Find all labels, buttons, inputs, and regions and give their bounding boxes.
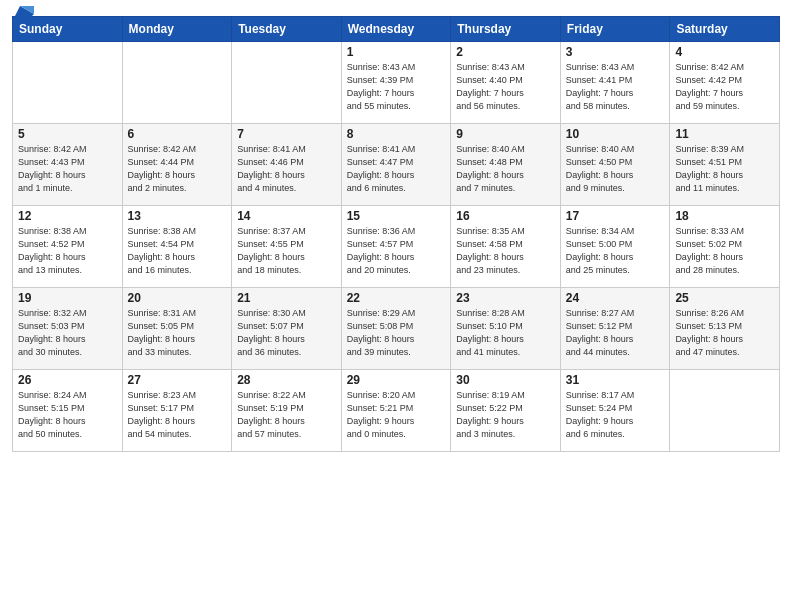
day-info: Sunrise: 8:43 AM Sunset: 4:39 PM Dayligh… [347, 61, 446, 113]
calendar-day-1: 1Sunrise: 8:43 AM Sunset: 4:39 PM Daylig… [341, 42, 451, 124]
calendar-day-30: 30Sunrise: 8:19 AM Sunset: 5:22 PM Dayli… [451, 370, 561, 452]
logo-icon [12, 6, 34, 22]
calendar-day-12: 12Sunrise: 8:38 AM Sunset: 4:52 PM Dayli… [13, 206, 123, 288]
day-number: 3 [566, 45, 665, 59]
day-number: 25 [675, 291, 774, 305]
calendar-week-row: 19Sunrise: 8:32 AM Sunset: 5:03 PM Dayli… [13, 288, 780, 370]
day-info: Sunrise: 8:27 AM Sunset: 5:12 PM Dayligh… [566, 307, 665, 359]
calendar-empty-cell [122, 42, 232, 124]
calendar-day-4: 4Sunrise: 8:42 AM Sunset: 4:42 PM Daylig… [670, 42, 780, 124]
day-info: Sunrise: 8:30 AM Sunset: 5:07 PM Dayligh… [237, 307, 336, 359]
day-info: Sunrise: 8:34 AM Sunset: 5:00 PM Dayligh… [566, 225, 665, 277]
calendar-day-11: 11Sunrise: 8:39 AM Sunset: 4:51 PM Dayli… [670, 124, 780, 206]
day-info: Sunrise: 8:32 AM Sunset: 5:03 PM Dayligh… [18, 307, 117, 359]
day-number: 17 [566, 209, 665, 223]
day-info: Sunrise: 8:35 AM Sunset: 4:58 PM Dayligh… [456, 225, 555, 277]
weekday-header-monday: Monday [122, 17, 232, 42]
day-number: 6 [128, 127, 227, 141]
day-number: 13 [128, 209, 227, 223]
day-info: Sunrise: 8:36 AM Sunset: 4:57 PM Dayligh… [347, 225, 446, 277]
day-info: Sunrise: 8:22 AM Sunset: 5:19 PM Dayligh… [237, 389, 336, 441]
calendar-day-29: 29Sunrise: 8:20 AM Sunset: 5:21 PM Dayli… [341, 370, 451, 452]
calendar-day-6: 6Sunrise: 8:42 AM Sunset: 4:44 PM Daylig… [122, 124, 232, 206]
day-number: 19 [18, 291, 117, 305]
day-info: Sunrise: 8:33 AM Sunset: 5:02 PM Dayligh… [675, 225, 774, 277]
day-info: Sunrise: 8:43 AM Sunset: 4:40 PM Dayligh… [456, 61, 555, 113]
calendar-day-20: 20Sunrise: 8:31 AM Sunset: 5:05 PM Dayli… [122, 288, 232, 370]
weekday-header-thursday: Thursday [451, 17, 561, 42]
day-info: Sunrise: 8:42 AM Sunset: 4:42 PM Dayligh… [675, 61, 774, 113]
day-info: Sunrise: 8:17 AM Sunset: 5:24 PM Dayligh… [566, 389, 665, 441]
day-number: 20 [128, 291, 227, 305]
day-number: 7 [237, 127, 336, 141]
calendar-day-24: 24Sunrise: 8:27 AM Sunset: 5:12 PM Dayli… [560, 288, 670, 370]
page-container: SundayMondayTuesdayWednesdayThursdayFrid… [0, 0, 792, 460]
calendar-day-22: 22Sunrise: 8:29 AM Sunset: 5:08 PM Dayli… [341, 288, 451, 370]
weekday-header-saturday: Saturday [670, 17, 780, 42]
day-number: 12 [18, 209, 117, 223]
calendar-empty-cell [670, 370, 780, 452]
day-info: Sunrise: 8:37 AM Sunset: 4:55 PM Dayligh… [237, 225, 336, 277]
day-number: 9 [456, 127, 555, 141]
calendar-day-7: 7Sunrise: 8:41 AM Sunset: 4:46 PM Daylig… [232, 124, 342, 206]
calendar-table: SundayMondayTuesdayWednesdayThursdayFrid… [12, 16, 780, 452]
day-number: 2 [456, 45, 555, 59]
calendar-week-row: 26Sunrise: 8:24 AM Sunset: 5:15 PM Dayli… [13, 370, 780, 452]
calendar-day-2: 2Sunrise: 8:43 AM Sunset: 4:40 PM Daylig… [451, 42, 561, 124]
day-number: 11 [675, 127, 774, 141]
day-info: Sunrise: 8:41 AM Sunset: 4:47 PM Dayligh… [347, 143, 446, 195]
calendar-day-13: 13Sunrise: 8:38 AM Sunset: 4:54 PM Dayli… [122, 206, 232, 288]
day-info: Sunrise: 8:41 AM Sunset: 4:46 PM Dayligh… [237, 143, 336, 195]
calendar-week-row: 12Sunrise: 8:38 AM Sunset: 4:52 PM Dayli… [13, 206, 780, 288]
day-number: 21 [237, 291, 336, 305]
calendar-day-19: 19Sunrise: 8:32 AM Sunset: 5:03 PM Dayli… [13, 288, 123, 370]
day-info: Sunrise: 8:19 AM Sunset: 5:22 PM Dayligh… [456, 389, 555, 441]
day-number: 18 [675, 209, 774, 223]
day-info: Sunrise: 8:26 AM Sunset: 5:13 PM Dayligh… [675, 307, 774, 359]
calendar-day-18: 18Sunrise: 8:33 AM Sunset: 5:02 PM Dayli… [670, 206, 780, 288]
day-number: 10 [566, 127, 665, 141]
calendar-day-9: 9Sunrise: 8:40 AM Sunset: 4:48 PM Daylig… [451, 124, 561, 206]
calendar-week-row: 5Sunrise: 8:42 AM Sunset: 4:43 PM Daylig… [13, 124, 780, 206]
day-number: 22 [347, 291, 446, 305]
day-info: Sunrise: 8:39 AM Sunset: 4:51 PM Dayligh… [675, 143, 774, 195]
calendar-day-14: 14Sunrise: 8:37 AM Sunset: 4:55 PM Dayli… [232, 206, 342, 288]
calendar-day-17: 17Sunrise: 8:34 AM Sunset: 5:00 PM Dayli… [560, 206, 670, 288]
calendar-empty-cell [232, 42, 342, 124]
day-number: 24 [566, 291, 665, 305]
calendar-day-31: 31Sunrise: 8:17 AM Sunset: 5:24 PM Dayli… [560, 370, 670, 452]
day-number: 28 [237, 373, 336, 387]
day-number: 8 [347, 127, 446, 141]
day-number: 23 [456, 291, 555, 305]
day-info: Sunrise: 8:29 AM Sunset: 5:08 PM Dayligh… [347, 307, 446, 359]
day-number: 16 [456, 209, 555, 223]
weekday-header-friday: Friday [560, 17, 670, 42]
calendar-empty-cell [13, 42, 123, 124]
day-info: Sunrise: 8:43 AM Sunset: 4:41 PM Dayligh… [566, 61, 665, 113]
calendar-day-8: 8Sunrise: 8:41 AM Sunset: 4:47 PM Daylig… [341, 124, 451, 206]
calendar-day-10: 10Sunrise: 8:40 AM Sunset: 4:50 PM Dayli… [560, 124, 670, 206]
weekday-header-row: SundayMondayTuesdayWednesdayThursdayFrid… [13, 17, 780, 42]
calendar-day-16: 16Sunrise: 8:35 AM Sunset: 4:58 PM Dayli… [451, 206, 561, 288]
day-info: Sunrise: 8:38 AM Sunset: 4:52 PM Dayligh… [18, 225, 117, 277]
day-number: 31 [566, 373, 665, 387]
day-info: Sunrise: 8:42 AM Sunset: 4:43 PM Dayligh… [18, 143, 117, 195]
day-number: 15 [347, 209, 446, 223]
calendar-day-27: 27Sunrise: 8:23 AM Sunset: 5:17 PM Dayli… [122, 370, 232, 452]
day-info: Sunrise: 8:38 AM Sunset: 4:54 PM Dayligh… [128, 225, 227, 277]
day-number: 27 [128, 373, 227, 387]
day-number: 30 [456, 373, 555, 387]
day-number: 29 [347, 373, 446, 387]
day-info: Sunrise: 8:40 AM Sunset: 4:50 PM Dayligh… [566, 143, 665, 195]
day-info: Sunrise: 8:20 AM Sunset: 5:21 PM Dayligh… [347, 389, 446, 441]
calendar-day-25: 25Sunrise: 8:26 AM Sunset: 5:13 PM Dayli… [670, 288, 780, 370]
calendar-day-15: 15Sunrise: 8:36 AM Sunset: 4:57 PM Dayli… [341, 206, 451, 288]
calendar-day-5: 5Sunrise: 8:42 AM Sunset: 4:43 PM Daylig… [13, 124, 123, 206]
day-number: 1 [347, 45, 446, 59]
calendar-day-26: 26Sunrise: 8:24 AM Sunset: 5:15 PM Dayli… [13, 370, 123, 452]
calendar-day-21: 21Sunrise: 8:30 AM Sunset: 5:07 PM Dayli… [232, 288, 342, 370]
day-number: 5 [18, 127, 117, 141]
weekday-header-tuesday: Tuesday [232, 17, 342, 42]
calendar-week-row: 1Sunrise: 8:43 AM Sunset: 4:39 PM Daylig… [13, 42, 780, 124]
day-number: 14 [237, 209, 336, 223]
